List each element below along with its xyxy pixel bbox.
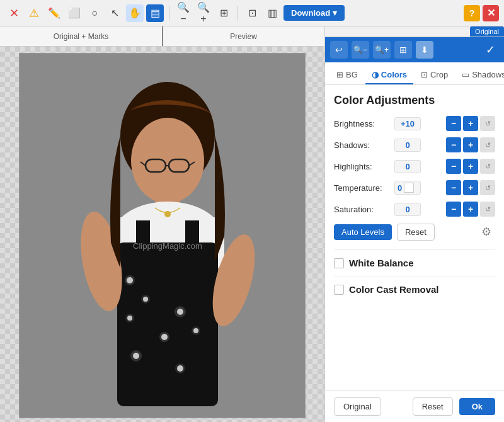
highlights-controls: − + ↺ [446,159,495,174]
shadows-plus-btn[interactable]: + [463,137,478,152]
saturation-value: 0 [394,203,421,216]
temperature-plus-btn[interactable]: + [463,180,478,195]
temperature-label: Temperature: [334,183,391,193]
main-toolbar: ✕ ⚠ ✏️ ⬜ ○ ↖ ✋ ▤ 🔍− 🔍+ ⊞ ⊡ ▥ Download ▾ … [0,0,504,26]
person-photo: ClippingMagic.com [20,54,306,418]
panel-undo-btn[interactable]: ↩ [330,41,348,59]
help-button[interactable]: ? [464,5,480,21]
temperature-value: 0 [394,181,421,195]
temperature-reset-btn[interactable]: ↺ [480,180,495,195]
reset-button[interactable]: Reset [397,224,435,241]
pan-btn[interactable]: ✋ [126,4,144,22]
panel-zoom-in-btn[interactable]: 🔍+ [373,41,391,59]
main-area: Original + Marks Preview [0,26,504,422]
view-btn[interactable]: ⊡ [243,4,261,22]
canvas-content[interactable]: ClippingMagic.com [0,47,324,422]
tab-shadows-label: Shadows [472,70,504,79]
panel-content: Color Adjustments Brightness: +10 − + ↺ … [325,85,504,391]
brightness-reset-btn[interactable]: ↺ [480,116,495,131]
shadows-value: 0 [394,139,421,152]
saturation-reset-btn[interactable]: ↺ [480,202,495,217]
color-cast-checkbox[interactable] [334,285,344,295]
panel-grid-btn[interactable]: ⊞ [394,41,412,59]
highlights-label: Highlights: [334,162,391,171]
saturation-controls: − + ↺ [446,202,495,217]
brightness-plus-btn[interactable]: + [463,116,478,131]
saturation-minus-btn[interactable]: − [446,202,461,217]
white-balance-title: White Balance [349,258,414,268]
settings-button[interactable]: ⚙ [478,223,495,241]
pointer-btn[interactable]: ↖ [106,4,123,22]
close-circle-btn[interactable]: ✕ [5,4,23,22]
lasso-btn[interactable]: ○ [86,4,103,22]
fit-btn[interactable]: ⊞ [215,4,232,22]
canvas-labels: Original + Marks Preview [0,26,324,47]
bottom-ok-button[interactable]: Ok [459,398,495,415]
download-button[interactable]: Download ▾ [284,5,345,21]
colors-icon: ◑ [372,70,379,79]
svg-rect-6 [117,242,218,406]
mode-btn[interactable]: ▤ [146,4,164,22]
tab-shadows[interactable]: ▭ Shadows [455,66,504,84]
saturation-plus-btn[interactable]: + [463,202,478,217]
color-cast-section: Color Cast Removal [334,276,495,302]
eraser-btn[interactable]: ⬜ [66,4,83,22]
tab-colors-label: Colors [381,70,407,79]
shadows-label: Shadows: [334,140,391,150]
bottom-reset-button[interactable]: Reset [413,397,453,416]
tab-bg[interactable]: ⊞ BG [330,66,364,84]
compare-btn[interactable]: ▥ [263,4,281,22]
highlights-reset-btn[interactable]: ↺ [480,159,495,174]
pencil-btn[interactable]: ✏️ [45,4,63,22]
svg-point-24 [177,365,183,372]
highlights-row: Highlights: 0 − + ↺ [334,159,495,174]
panel-check-btn[interactable]: ✓ [481,41,499,59]
tab-crop-label: Crop [430,70,448,79]
separator-2 [238,6,238,21]
temperature-minus-btn[interactable]: − [446,180,461,195]
panel-bottom: Original Reset Ok [325,391,504,422]
color-cast-header[interactable]: Color Cast Removal [334,284,495,295]
shadows-minus-btn[interactable]: − [446,137,461,152]
bg-icon: ⊞ [336,70,343,79]
tab-bg-label: BG [346,70,358,79]
auto-levels-button[interactable]: Auto Levels [334,224,392,240]
original-marks-label: Original + Marks [0,32,162,41]
brightness-controls: − + ↺ [446,116,495,131]
original-badge: Original [470,26,504,37]
shadows-icon: ▭ [462,70,469,79]
svg-point-2 [131,118,204,203]
shadows-controls: − + ↺ [446,137,495,152]
panel-tabs: ⊞ BG ◑ Colors ⊡ Crop ▭ Shadows [325,62,504,85]
white-balance-section: White Balance [334,249,495,276]
temperature-row: Temperature: 0 − + ↺ [334,180,495,195]
warning-circle-btn[interactable]: ⚠ [25,4,43,22]
svg-text:ClippingMagic.com: ClippingMagic.com [133,241,202,251]
tab-crop[interactable]: ⊡ Crop [415,66,454,84]
close-window-button[interactable]: ✕ [483,5,499,21]
panel-zoom-out-btn[interactable]: 🔍− [352,41,369,59]
shadows-row: Shadows: 0 − + ↺ [334,137,495,152]
bottom-original-button[interactable]: Original [334,397,381,416]
highlights-value: 0 [394,160,421,173]
highlights-minus-btn[interactable]: − [446,159,461,174]
photo-container: ClippingMagic.com [19,53,306,416]
color-cast-title: Color Cast Removal [349,284,439,295]
download-label: Download [291,8,330,18]
white-balance-header[interactable]: White Balance [334,258,495,268]
zoom-out-btn[interactable]: 🔍− [175,4,192,22]
white-balance-checkbox[interactable] [334,258,344,268]
svg-point-23 [133,353,139,359]
svg-point-22 [193,328,198,333]
panel-download-btn[interactable]: ⬇ [416,41,433,59]
color-adjustments-title: Color Adjustments [334,94,495,107]
highlights-plus-btn[interactable]: + [463,159,478,174]
temperature-controls: − + ↺ [446,180,495,195]
photo-frame: ClippingMagic.com [19,53,306,418]
shadows-reset-btn[interactable]: ↺ [480,137,495,152]
canvas-area: Original + Marks Preview [0,26,324,422]
temperature-swatch[interactable] [404,183,414,193]
brightness-minus-btn[interactable]: − [446,116,461,131]
tab-colors[interactable]: ◑ Colors [365,66,413,84]
zoom-in-btn[interactable]: 🔍+ [195,4,212,22]
